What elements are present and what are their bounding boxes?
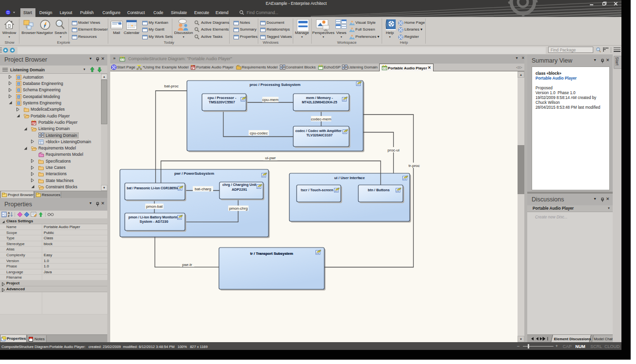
svg-text:bat-proc: bat-proc — [164, 84, 178, 88]
svg-text:TMS320VC5507: TMS320VC5507 — [209, 100, 235, 104]
svg-text:System - AD7230: System - AD7230 — [140, 219, 168, 224]
svg-text:bat-charg: bat-charg — [195, 187, 211, 191]
svg-text:bat / Panasonic Li-Ion CGR1865: bat / Panasonic Li-Ion CGR18650AF — [127, 186, 181, 190]
svg-text:ADP2291: ADP2291 — [232, 187, 247, 192]
svg-text:pmon-chrg: pmon-chrg — [229, 206, 248, 211]
svg-text:tr / Transport Subsystem: tr / Transport Subsystem — [250, 251, 293, 256]
svg-text:cpu-mem: cpu-mem — [262, 98, 279, 102]
svg-text:btn / Buttons: btn / Buttons — [368, 188, 390, 192]
svg-text:tscr / Touch-screen: tscr / Touch-screen — [301, 188, 334, 192]
svg-text:cpu-codec: cpu-codec — [250, 131, 268, 135]
svg-text:pwr-tr: pwr-tr — [182, 263, 192, 267]
svg-text:chrg / Charging Unit: chrg / Charging Unit — [222, 182, 257, 187]
svg-text:mem / Memory -: mem / Memory - — [306, 96, 333, 100]
svg-text:ui / User Interface: ui / User Interface — [335, 176, 365, 180]
svg-text:ui-pwr: ui-pwr — [265, 156, 276, 160]
svg-text:cpu / Processor -: cpu / Processor - — [207, 96, 236, 100]
svg-text:proc / Processing Subsystem: proc / Processing Subsystem — [250, 83, 301, 87]
svg-text:pmon-bat: pmon-bat — [146, 204, 163, 209]
svg-text:tr-proc: tr-proc — [408, 164, 419, 168]
svg-text:pmon / Li-Ion Battery Monitori: pmon / Li-Ion Battery Monitoring — [129, 215, 180, 219]
svg-text:MT42L32M64D2KH-25: MT42L32M64D2KH-25 — [302, 100, 337, 104]
svg-text:codec-mem: codec-mem — [311, 117, 332, 121]
svg-text:TLV320AIC3107: TLV320AIC3107 — [306, 133, 333, 137]
svg-text:pwr / PowerSubsystem: pwr / PowerSubsystem — [174, 171, 214, 176]
svg-text:proc-ui: proc-ui — [387, 148, 400, 152]
svg-text:Z: Z — [8, 215, 10, 217]
svg-text:codec / Codec with Amplifier -: codec / Codec with Amplifier - — [295, 129, 344, 133]
